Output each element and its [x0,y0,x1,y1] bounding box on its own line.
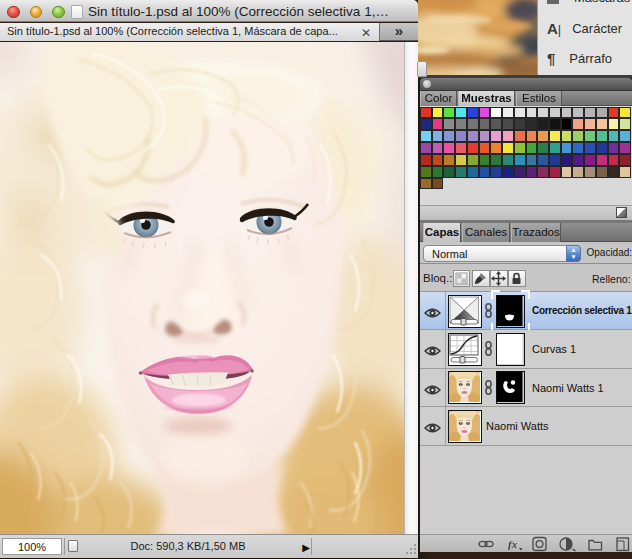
svg-text:fx: fx [508,538,518,550]
